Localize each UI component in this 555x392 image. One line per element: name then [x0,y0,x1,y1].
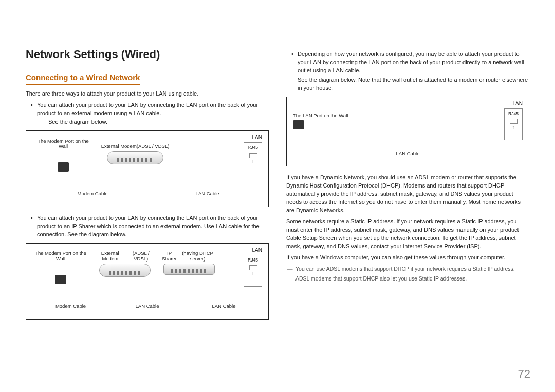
section-subheading: Connecting to a Wired Network [26,72,140,85]
wall-port-icon [58,162,69,172]
lan-label: LAN [513,100,523,108]
diagram-2: LAN RJ45 ↑ The Modem Port on the Wall Ex… [26,243,269,320]
bullet-3-sub: See the diagram below. Note that the wal… [298,76,529,92]
modem-label: External Modem (ADSL / VDSL) [94,251,156,262]
sharer-label: IP Sharer (having DHCP server) [161,251,217,262]
para-static: Some networks require a Static IP addres… [286,218,529,251]
cable-2-label: LAN Cable [109,303,186,310]
left-column: Network Settings (Wired) Connecting to a… [26,46,269,327]
cable-1-label: Modem Cable [32,190,153,197]
wall-port-label: The Modem Port on the Wall [32,138,94,150]
rj45-port-icon: RJ45 ↑ [504,108,523,140]
bullet-1: You can attach your product to your LAN … [26,101,269,127]
cable-label: LAN Cable [293,150,523,157]
diagram-3: LAN RJ45 ↑ The LAN Port on the Wall LAN … [286,97,529,167]
ip-sharer-icon [163,264,215,275]
bullet-1-sub: See the diagram below. [37,118,269,126]
bullet-2: You can attach your product to your LAN … [26,214,269,239]
rj45-port-icon: RJ45 ↑ [244,255,262,287]
page-columns: Network Settings (Wired) Connecting to a… [26,46,529,327]
intro-text: There are three ways to attach your prod… [26,90,269,98]
para-dynamic: If you have a Dynamic Network, you shoul… [286,174,529,215]
note-2: ADSL modems that support DHCP also let y… [286,275,529,283]
lan-label: LAN [252,134,262,142]
modem-icon [107,151,163,164]
lan-label: LAN [252,247,262,254]
wall-port-label: The Modem Port on the Wall [32,251,89,262]
diagram-1: LAN RJ45 ↑ The Modem Port on the Wall Ex… [26,130,269,207]
wall-port-icon [55,275,66,284]
modem-label: External Modem (ADSL / VDSL) [101,138,170,150]
cable-2-label: LAN Cable [153,190,262,197]
page-title: Network Settings (Wired) [26,46,269,63]
right-column: Depending on how your network is configu… [286,46,529,327]
para-windows: If you have a Windows computer, you can … [286,254,529,262]
wall-port-icon [293,120,304,129]
bullet-3: Depending on how your network is configu… [286,50,529,92]
cable-3-label: LAN Cable [186,303,262,310]
note-1: You can use ADSL modems that support DHC… [286,265,529,273]
modem-icon [99,264,151,277]
rj45-port-icon: RJ45 ↑ [244,142,262,174]
cable-1-label: Modem Cable [32,303,109,310]
wall-port-label: The LAN Port on the Wall [293,107,348,119]
page-number: 72 [518,367,530,381]
